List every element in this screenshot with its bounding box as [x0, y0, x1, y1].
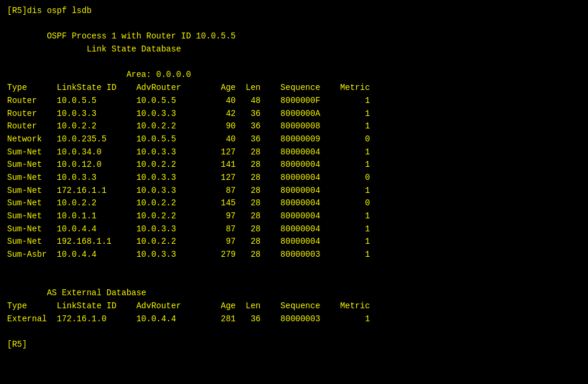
- terminal-window: [R5]dis ospf lsdb OSPF Process 1 with Ro…: [0, 0, 588, 384]
- terminal-output: [R5]dis ospf lsdb OSPF Process 1 with Ro…: [7, 5, 581, 351]
